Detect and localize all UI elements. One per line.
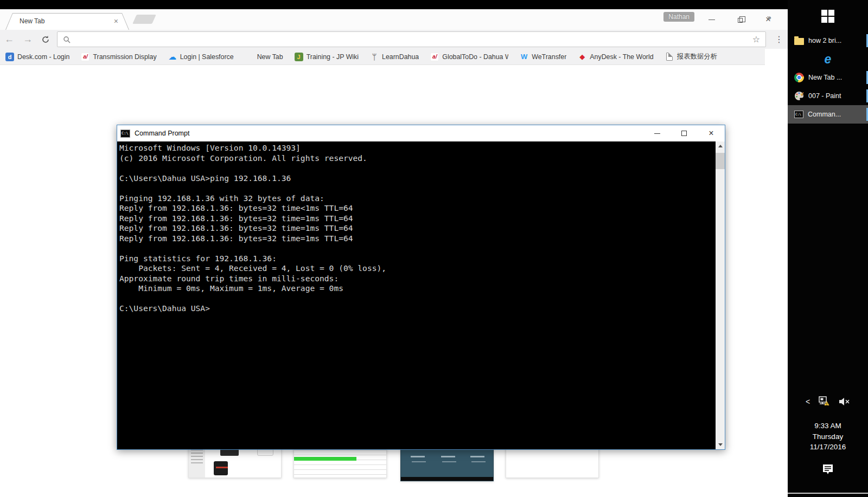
browser-minimize-button[interactable]: [698, 11, 726, 28]
taskbar-item-command-prompt[interactable]: C:\ Comman...: [788, 105, 868, 124]
search-icon: [63, 36, 71, 43]
tab-title: New Tab: [20, 17, 44, 25]
windows-logo-icon: [821, 10, 834, 23]
person-icon: ᛘ: [370, 53, 379, 61]
bookmark-star-icon[interactable]: ☆: [752, 34, 760, 44]
terminal-line: C:\Users\Dahua USA>: [119, 304, 716, 314]
cmd-window-title: Command Prompt: [135, 130, 189, 137]
bookmark-salesforce[interactable]: ☁ Login | Salesforce: [168, 53, 234, 61]
taskbar-item-paint[interactable]: 007 - Paint: [788, 87, 868, 105]
start-button[interactable]: [788, 4, 868, 28]
reload-icon: [41, 35, 50, 44]
paint-palette-icon: [794, 91, 804, 101]
browser-menu-button[interactable]: ⋮: [773, 30, 786, 49]
taskbar-item-internet-explorer[interactable]: e: [788, 50, 868, 68]
folder-icon: [794, 38, 804, 45]
scroll-up-arrow[interactable]: [716, 141, 725, 151]
wetransfer-icon: W: [520, 53, 528, 61]
salesforce-cloud-icon: ☁: [168, 53, 177, 61]
action-center-icon: [821, 463, 834, 476]
bookmarks-overflow-chevron[interactable]: »: [767, 9, 771, 25]
terminal-line: Reply from 192.168.1.36: bytes=32 time=1…: [119, 223, 716, 234]
network-status-icon[interactable]: [818, 396, 831, 408]
desktop: New Tab × Nathan × ← →: [0, 0, 868, 497]
cmd-close-button[interactable]: ×: [698, 125, 725, 141]
dahua-icon: a/: [81, 53, 90, 61]
bookmarks-bar: d Desk.com - Login a/ Transmission Displ…: [0, 49, 765, 65]
terminal-line: Minimum = 0ms, Maximum = 1ms, Average = …: [119, 283, 716, 294]
volume-muted-icon[interactable]: [838, 397, 850, 406]
terminal-line: Approximate round trip times in milli-se…: [119, 274, 716, 284]
terminal-scrollbar[interactable]: [716, 141, 725, 449]
back-button[interactable]: ←: [0, 34, 18, 45]
taskbar-clock[interactable]: 9:33 AM Thursday 11/17/2016: [788, 421, 868, 453]
anydesk-diamond-icon: ◆: [578, 53, 586, 61]
bookmark-new-tab[interactable]: New Tab: [245, 53, 283, 61]
bookmark-globaltodo[interactable]: a/ GlobalToDo - Dahua W: [430, 53, 508, 61]
dahua-icon: a/: [430, 53, 439, 61]
microsoft-icon: [245, 53, 254, 61]
bookmark-anydesk[interactable]: ◆ AnyDesk - The World: [578, 53, 653, 61]
cmd-icon: C:\: [120, 130, 130, 138]
clock-date: 11/17/2016: [788, 442, 868, 453]
bookmark-wetransfer[interactable]: W WeTransfer: [520, 53, 566, 61]
terminal-output[interactable]: Microsoft Windows [Version 10.0.14393] (…: [117, 141, 716, 449]
address-bar[interactable]: ☆: [57, 31, 766, 47]
system-tray: <: [788, 396, 868, 408]
browser-restore-button[interactable]: [726, 11, 754, 28]
terminal-line: Reply from 192.168.1.36: bytes=32 time=1…: [119, 234, 716, 244]
bookmark-desk-com[interactable]: d Desk.com - Login: [5, 53, 69, 61]
internet-explorer-icon: e: [825, 54, 832, 64]
taskbar-edge-divider: [788, 493, 868, 494]
terminal-line: Pinging 192.168.1.36 with 32 bytes of da…: [119, 193, 716, 204]
tab-new-tab[interactable]: New Tab ×: [5, 13, 129, 30]
cmd-window-controls: ×: [643, 125, 725, 141]
terminal-line: [119, 163, 716, 173]
terminal-line: (c) 2016 Microsoft Corporation. All righ…: [119, 153, 716, 164]
terminal-line: [119, 183, 716, 193]
taskbar: how 2 bri... e New Tab ... 007 - Paint: [788, 0, 868, 497]
terminal-line: C:\Users\Dahua USA>ping 192.168.1.36: [119, 173, 716, 184]
taskbar-item-chrome-new-tab[interactable]: New Tab ...: [788, 68, 868, 87]
tab-strip: New Tab × Nathan ×: [0, 9, 788, 30]
clock-time: 9:33 AM: [788, 421, 868, 431]
bookmark-report-analysis[interactable]: 报表数据分析: [665, 52, 717, 61]
scroll-down-arrow[interactable]: [716, 440, 725, 449]
clock-day: Thursday: [788, 431, 868, 442]
profile-badge[interactable]: Nathan: [663, 12, 694, 22]
command-prompt-window: C:\ Command Prompt × Microsoft Windows […: [117, 125, 725, 450]
terminal-line: [119, 243, 716, 254]
cmd-icon: C:\: [794, 111, 803, 118]
tray-expand-icon[interactable]: <: [806, 397, 810, 406]
bookmark-transmission-display[interactable]: a/ Transmission Display: [81, 53, 156, 61]
chrome-icon: [794, 73, 804, 82]
bookmark-learndahua[interactable]: ᛘ LearnDahua: [370, 53, 419, 61]
action-center-button[interactable]: [788, 463, 868, 476]
terminal-line: Reply from 192.168.1.36: bytes=32 time<1…: [119, 203, 716, 214]
browser-toolbar: ← → ☆ ⋮: [0, 30, 788, 49]
wiki-icon: J: [295, 53, 303, 61]
desk-com-icon: d: [5, 53, 14, 61]
cmd-maximize-button[interactable]: [671, 125, 698, 141]
document-icon: [665, 53, 674, 61]
reload-button[interactable]: [37, 35, 54, 44]
taskbar-item-how-2-bri[interactable]: how 2 bri...: [788, 31, 868, 50]
cmd-minimize-button[interactable]: [643, 125, 671, 141]
terminal-line: Ping statistics for 192.168.1.36:: [119, 254, 716, 264]
tab-close-icon[interactable]: ×: [114, 16, 118, 26]
bookmark-jp-wiki[interactable]: J Training - JP Wiki: [295, 53, 359, 61]
forward-button[interactable]: →: [18, 34, 37, 45]
terminal-line: Packets: Sent = 4, Received = 4, Lost = …: [119, 263, 716, 274]
scrollbar-thumb[interactable]: [716, 153, 725, 169]
new-tab-button[interactable]: [132, 15, 156, 24]
terminal-line: Microsoft Windows [Version 10.0.14393]: [119, 143, 716, 153]
terminal-line: [119, 294, 716, 304]
terminal-line: Reply from 192.168.1.36: bytes=32 time=1…: [119, 214, 716, 224]
cmd-title-bar[interactable]: C:\ Command Prompt ×: [117, 125, 725, 141]
